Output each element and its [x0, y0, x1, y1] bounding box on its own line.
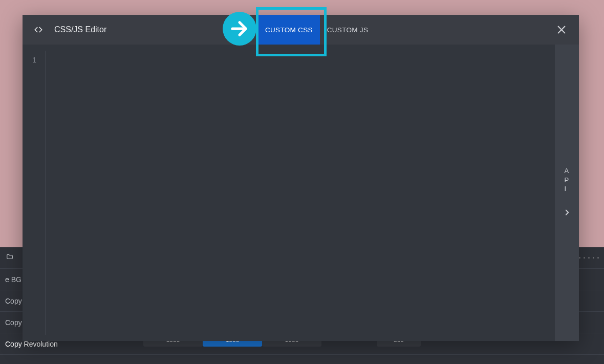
css-js-editor-modal: CSS/JS Editor CUSTOM CSS CUSTOM JS 1 API — [23, 15, 579, 341]
line-number: 1 — [23, 56, 46, 64]
toolbar-dots-icon — [579, 257, 599, 259]
api-side-panel: API — [555, 45, 579, 341]
folder-icon[interactable] — [5, 253, 14, 262]
layer-label: Copy — [5, 318, 22, 327]
api-panel-label: API — [564, 166, 569, 194]
modal-header: CSS/JS Editor CUSTOM CSS CUSTOM JS — [23, 15, 579, 45]
close-icon — [556, 24, 567, 35]
modal-title: CSS/JS Editor — [54, 25, 106, 34]
code-icon — [33, 25, 44, 34]
tab-custom-js[interactable]: CUSTOM JS — [320, 15, 375, 45]
code-textarea[interactable] — [46, 45, 555, 341]
editor-gutter: 1 — [23, 45, 46, 341]
close-button[interactable] — [551, 15, 572, 45]
editor-body: 1 — [23, 45, 555, 341]
tab-custom-css[interactable]: CUSTOM CSS — [258, 15, 320, 45]
api-expand-button[interactable] — [563, 208, 572, 219]
modal-tabs: CUSTOM CSS CUSTOM JS — [258, 15, 375, 45]
chevron-right-icon — [563, 208, 572, 217]
layer-label: Copy — [5, 297, 22, 305]
